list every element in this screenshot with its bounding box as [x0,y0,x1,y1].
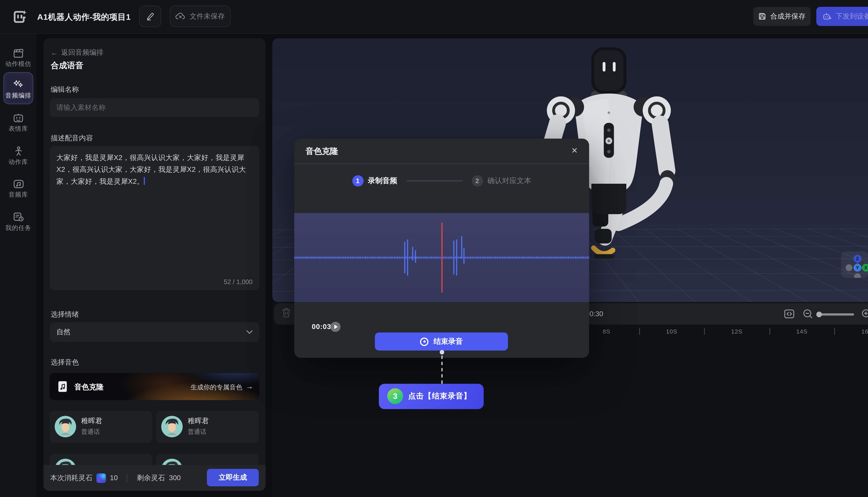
voice-field-label: 选择音色 [51,358,79,367]
arrow-right-icon: → [246,382,253,390]
material-name-input[interactable]: 请输入素材名称 [50,98,260,117]
remain-label: 剩余灵石 [137,473,165,483]
sidebar-item-audio-arrange[interactable]: 音频编排 [0,80,37,100]
delete-clip-button[interactable] [282,308,291,318]
sidebar-item-label: 音频编排 [0,91,37,100]
ruler-label: 10S [666,328,677,335]
sidebar-item-label: 表情库 [0,125,37,133]
ruler-label: 12S [731,328,743,335]
generation-cost-footer: 本次消耗灵石 10 │ 剩余灵石 300 立即生成 [43,465,265,491]
sparkles-icon [13,80,24,89]
ruler-label: 16S [862,328,868,335]
cloud-unsaved-icon [176,12,185,20]
voice-name: 稚晖君 [81,416,102,426]
voice-avatar [161,416,183,437]
robot-face-icon [13,113,24,123]
file-status-pill: 文件未保存 [170,5,230,27]
robot-download-icon [823,12,832,20]
voice-clone-banner-cta: 生成你的专属音色 [191,383,242,392]
modal-divider [294,164,589,164]
chevron-down-icon [246,330,253,334]
fit-timeline-icon[interactable] [783,308,795,320]
recording-timer: 00:03 [312,323,331,331]
deploy-button-label: 下发到设备 [836,12,868,21]
waveform-playhead [442,223,442,293]
clapperboard-icon [13,48,24,58]
back-arrow-icon: ← [51,49,58,57]
stop-recording-label: 结束录音 [433,337,463,346]
music-file-icon [57,380,69,393]
slider-handle[interactable] [816,311,822,317]
step-indicator: 1 录制音频 2 确认对应文本 [294,173,589,188]
voiceover-text-input[interactable]: 大家好，我是灵犀X2，很高兴认识大家，大家好，我是灵犀X2，很高兴认识大家，大家… [50,146,260,290]
sidebar-item-motion-library[interactable]: 动作库 [0,146,37,166]
deploy-to-device-button[interactable]: 下发到设备 [816,7,868,26]
project-title: A1机器人动作-我的项目1 [37,12,131,23]
gizmo-negx-handle [845,264,852,271]
voice-card[interactable]: 稚晖君 普通话 [156,411,259,443]
step-1-badge: 1 [352,175,363,187]
emotion-selected-value: 自然 [56,327,70,337]
sidebar-item-label: 动作模仿 [0,60,37,68]
save-button-label: 合成并保存 [770,12,806,21]
ruler-tick [639,328,640,335]
file-status-label: 文件未保存 [190,12,225,21]
char-counter: 52 / 1,000 [224,278,253,285]
voice-clone-banner[interactable]: 音色克隆 生成你的专属音色 → [50,373,260,400]
ruler-label: 14S [796,328,808,335]
generate-now-button[interactable]: 立即生成 [207,469,259,486]
sidebar-item-motion-mimic[interactable]: 动作模仿 [0,48,37,68]
voice-clone-banner-title: 音色克隆 [74,382,104,392]
gizmo-negz-handle [854,273,861,278]
modal-title: 音色克隆 [306,146,338,157]
timeline-zoom-slider[interactable] [817,313,854,315]
coach-dashed-line [442,356,443,384]
stop-recording-button[interactable]: 结束录音 [375,332,508,351]
record-icon [420,337,429,346]
emotion-select[interactable]: 自然 [50,323,260,342]
sidebar-item-audio-library[interactable]: 音频库 [0,179,37,199]
emotion-field-label: 选择情绪 [51,310,79,320]
ruler-tick [835,328,835,335]
step-2-badge: 2 [472,175,483,187]
footer-divider: │ [125,474,129,482]
voiceover-text-value: 大家好，我是灵犀X2，很高兴认识大家，大家好，我是灵犀X2，很高兴认识大家，大家… [56,154,246,185]
coach-anchor-dot [440,350,444,355]
voice-dialect: 普通话 [188,428,206,436]
sidebar-item-label: 我的任务 [0,224,37,232]
sidebar: 动作模仿 音频编排 表情库 动作库 音频库 我的任务 [0,34,37,497]
sidebar-item-label: 音频库 [0,190,37,199]
coach-tooltip-text: 点击【结束录音】 [408,391,471,401]
step-2-label: 确认对应文本 [487,176,531,186]
person-icon [13,146,23,156]
zoom-in-icon[interactable] [860,308,868,320]
voice-card[interactable]: 稚晖君 普通话 [50,411,152,443]
pencil-icon [146,12,154,20]
close-icon[interactable]: ✕ [569,145,580,156]
coach-step-badge: 3 [387,388,403,404]
coach-tooltip: 3 点击【结束录音】 [379,384,484,409]
gizmo-y-label: Y [856,265,859,270]
gem-icon [96,473,106,483]
rename-button[interactable] [139,5,161,27]
save-button[interactable]: 合成并保存 [753,7,811,26]
description-field-label: 描述配音内容 [51,133,93,143]
recording-waveform [294,213,589,302]
zoom-out-icon[interactable] [802,308,814,320]
sidebar-item-expression-library[interactable]: 表情库 [0,113,37,133]
save-icon [758,12,766,20]
voice-clone-modal: 音色克隆 ✕ 1 录制音频 2 确认对应文本 00:03 结束录 [294,139,589,358]
ruler-tick [704,328,705,335]
back-to-audio-arrange-link[interactable]: ← 返回音频编排 [51,48,103,57]
task-list-icon [13,212,24,222]
sidebar-item-label: 动作库 [0,158,37,166]
text-caret [144,177,145,185]
synthesis-panel: ← 返回音频编排 合成语音 编辑名称 请输入素材名称 描述配音内容 大家好，我是… [43,38,265,491]
voice-name: 稚晖君 [188,416,209,426]
ruler-label: 8S [603,328,611,335]
view-gizmo[interactable]: Z Y X [841,251,868,278]
consume-value: 10 [110,474,118,482]
play-button[interactable] [330,322,340,332]
sidebar-item-my-tasks[interactable]: 我的任务 [0,212,37,232]
ruler-tick [769,328,770,335]
